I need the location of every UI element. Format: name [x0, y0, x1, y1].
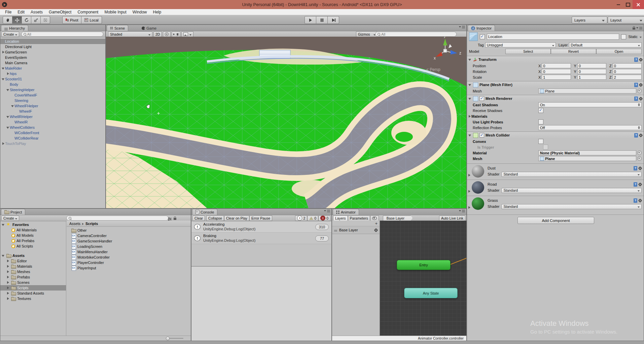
project-tree-item[interactable]: Textures [0, 296, 66, 301]
expander-arrow-icon[interactable] [6, 281, 10, 284]
menu-item[interactable]: Help [150, 10, 165, 14]
search-by-type-icon[interactable] [168, 218, 172, 218]
breadcrumb-root[interactable]: Assets [69, 222, 80, 226]
tab-inspector[interactable]: iInspector [468, 25, 495, 31]
thumbnail-size-slider[interactable] [167, 338, 183, 339]
mesh-collider-enabled-checkbox[interactable] [479, 133, 484, 138]
expander-arrow-icon[interactable] [6, 234, 10, 237]
hierarchy-item[interactable]: Location [0, 39, 105, 44]
entry-state-node[interactable]: Entry [397, 260, 451, 270]
expander-arrow-icon[interactable] [2, 77, 5, 81]
layer-dropdown[interactable]: Default [569, 42, 642, 47]
axis-y-label[interactable]: y [444, 37, 446, 38]
menu-item[interactable]: Edit [14, 10, 28, 14]
animator-parameters-tab[interactable]: Parameters [348, 216, 370, 221]
search-by-label-icon[interactable] [174, 218, 176, 220]
hierarchy-item[interactable]: EventSystem [0, 55, 105, 60]
x-value-field[interactable]: 0 [542, 69, 571, 74]
hierarchy-create-button[interactable]: Create [1, 32, 19, 37]
tab-game[interactable]: Game [138, 25, 160, 31]
project-tree-item[interactable]: Meshes [0, 269, 66, 274]
menu-item[interactable]: Component [74, 10, 101, 14]
help-icon[interactable]: ? [634, 198, 637, 203]
expander-arrow-icon[interactable] [468, 83, 472, 86]
material-block[interactable]: Grass ? Shader Standard [467, 196, 644, 212]
expander-arrow-icon[interactable] [2, 223, 5, 226]
tab-animator[interactable]: Animator [333, 209, 359, 215]
hierarchy-item[interactable]: SteeringHelper [0, 87, 105, 92]
effects-dropdown-button[interactable] [181, 31, 193, 37]
menu-item[interactable]: Mobile Input [101, 10, 129, 14]
axis-z-label[interactable]: z [459, 51, 461, 55]
expander-arrow-icon[interactable] [6, 286, 10, 290]
console-log-entry[interactable]: ! Braking UnityEngine.Debug:Log(Object) … [191, 233, 331, 244]
z-value-field[interactable]: 2 [613, 75, 642, 80]
y-value-field[interactable]: 1 [577, 75, 606, 80]
expander-arrow-icon[interactable] [11, 131, 14, 135]
move-tool-button[interactable] [12, 16, 22, 24]
hierarchy-item[interactable]: MaleRider [0, 66, 105, 71]
z-value-field[interactable]: 0 [613, 69, 642, 74]
use-light-probes-checkbox[interactable] [538, 119, 543, 124]
project-file-item[interactable]: CameraController [71, 233, 191, 238]
menu-item[interactable]: File [2, 10, 14, 14]
project-tree-item[interactable]: Assets [0, 253, 66, 258]
project-file-item[interactable]: Other [71, 228, 191, 233]
mesh-renderer-header[interactable]: Mesh Renderer ? [467, 95, 644, 102]
inspector-panel-menu[interactable] [633, 26, 642, 30]
hierarchy-item[interactable]: WheelF [0, 109, 105, 114]
help-icon[interactable]: ? [634, 83, 638, 87]
console-error-pause-button[interactable]: Error Pause [249, 216, 272, 221]
project-tree-item[interactable]: Scenes [0, 280, 66, 285]
gear-icon[interactable] [639, 183, 642, 186]
gizmos-dropdown[interactable]: Gizmos [356, 31, 378, 37]
y-value-field[interactable]: 0 [577, 69, 606, 74]
project-tree-item[interactable]: All Prefabs [0, 238, 66, 243]
project-file-item[interactable]: MainMenuHandler [71, 249, 191, 255]
expander-arrow-icon[interactable] [16, 110, 19, 113]
hierarchy-item[interactable]: CoverWheelF [0, 92, 105, 98]
play-button[interactable] [305, 16, 316, 24]
hierarchy-search-input[interactable]: All [21, 32, 103, 37]
menu-item[interactable]: Window [130, 10, 150, 14]
material-block[interactable]: Road ? Shader Standard [467, 180, 644, 196]
project-tree-item[interactable]: Materials [0, 264, 66, 269]
y-value-field[interactable]: 0 [577, 63, 606, 68]
drag-handle-icon[interactable] [334, 230, 337, 230]
project-tree-item[interactable]: All Models [0, 233, 66, 238]
expander-arrow-icon[interactable] [468, 133, 472, 137]
expander-arrow-icon[interactable] [2, 40, 5, 43]
scene-search-input[interactable]: All [375, 32, 457, 37]
static-checkbox[interactable] [621, 34, 626, 39]
hierarchy-item[interactable]: Steering [0, 98, 105, 103]
expander-arrow-icon[interactable] [468, 97, 472, 100]
expander-arrow-icon[interactable] [468, 174, 471, 177]
help-icon[interactable]: ? [634, 182, 637, 187]
gear-icon[interactable] [639, 97, 642, 100]
hierarchy-item[interactable]: WheelFHelper [0, 103, 105, 109]
console-collapse-button[interactable]: Collapse [206, 216, 224, 221]
project-file-item[interactable]: MotorbikeController [71, 255, 191, 260]
static-dropdown-icon[interactable] [640, 35, 642, 39]
expander-arrow-icon[interactable] [6, 297, 10, 300]
hand-tool-button[interactable] [3, 16, 12, 24]
project-create-button[interactable]: Create [1, 216, 19, 221]
transform-header[interactable]: Transform ? [467, 56, 644, 63]
model-action-button[interactable]: Select [505, 49, 551, 54]
expander-arrow-icon[interactable] [6, 115, 10, 118]
active-checkbox[interactable] [480, 34, 485, 39]
shader-dropdown[interactable]: Standard [501, 204, 642, 209]
animator-panel-menu[interactable] [459, 210, 465, 212]
expander-arrow-icon[interactable] [11, 120, 14, 124]
expander-arrow-icon[interactable] [2, 61, 5, 65]
project-tree-item[interactable]: Standard Assets [0, 291, 66, 296]
console-log-entry[interactable]: ! Accelerating UnityEngine.Debug:Log(Obj… [191, 221, 331, 233]
expander-arrow-icon[interactable] [11, 104, 14, 108]
minimize-button[interactable] [614, 0, 623, 9]
expander-arrow-icon[interactable] [2, 50, 5, 54]
help-icon[interactable]: ? [634, 166, 637, 170]
menu-item[interactable]: GameObject [46, 10, 74, 14]
expander-arrow-icon[interactable] [11, 93, 14, 97]
expander-arrow-icon[interactable] [11, 137, 14, 140]
slider-knob[interactable] [166, 337, 170, 340]
